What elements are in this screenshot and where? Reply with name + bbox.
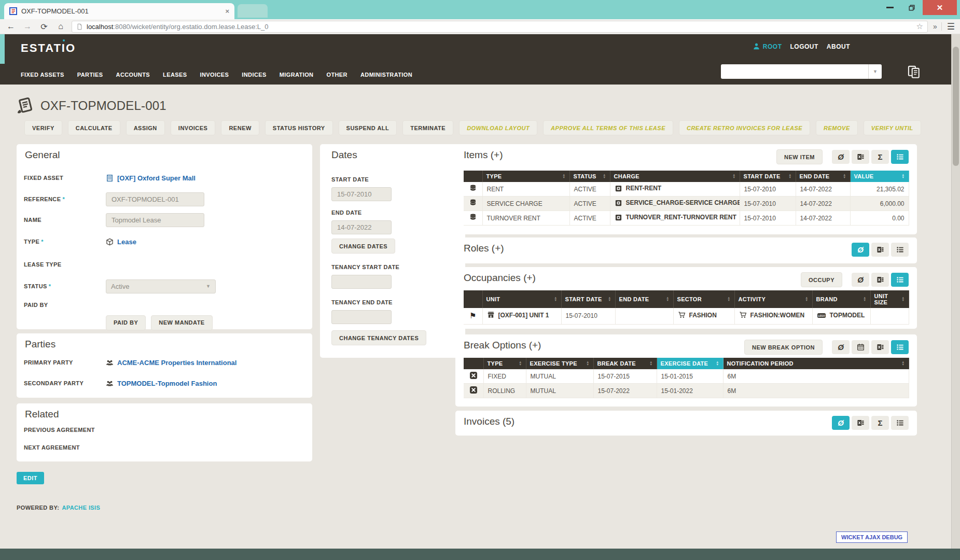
secondary-party-link[interactable]: TOPMODEL-Topmodel Fashion [106,380,217,387]
break-type-cell[interactable]: ROLLING [483,384,526,398]
scrollbar-thumb[interactable] [953,47,959,166]
occ-col-activity[interactable]: ACTIVITY▲▼ [734,290,812,308]
name-input[interactable] [106,213,204,227]
export-excel-button[interactable] [871,243,889,257]
start-date-input[interactable] [331,187,392,201]
break-option-icon[interactable] [469,386,478,394]
items-col-type[interactable]: TYPE▲▼ [482,171,569,182]
coins-icon[interactable] [469,199,477,207]
change-tenancy-dates-button[interactable]: CHANGE TENANCY DATES [331,330,426,345]
list-view-button[interactable] [891,273,909,287]
hide-table-button[interactable]: Ø [832,416,850,430]
assign-button[interactable]: ASSIGN [126,120,165,135]
summary-button[interactable]: Σ [871,150,889,164]
address-bar[interactable]: localhost:8080/wicket/entity/org.estatio… [72,21,928,33]
chevron-down-icon[interactable]: ▼ [868,64,882,79]
change-dates-button[interactable]: CHANGE DATES [331,239,395,254]
fixed-asset-link[interactable]: [OXF] Oxford Super Mall [106,174,196,182]
items-col-charge[interactable]: CHARGE▲▼ [610,171,740,182]
coins-icon[interactable] [469,184,477,192]
nav-fixed-assets[interactable]: FIXED ASSETS [21,72,64,78]
new-break-option-button[interactable]: NEW BREAK OPTION [744,340,823,355]
hide-table-button[interactable]: Ø [832,340,850,354]
sector-link[interactable]: FASHION [678,311,717,319]
items-col-end-date[interactable]: END DATE▲▼ [796,171,850,182]
calculate-button[interactable]: CALCULATE [68,120,120,135]
export-excel-button[interactable] [852,150,869,164]
wicket-ajax-debug-link[interactable]: WICKET AJAX DEBUG [836,531,908,543]
forward-button[interactable]: → [22,22,33,31]
occ-col-sector[interactable]: SECTOR▲▼ [673,290,734,308]
home-button[interactable]: ⌂ [55,22,66,31]
user-menu[interactable]: ROOT [753,43,782,50]
occ-col-brand[interactable]: BRAND▲▼ [812,290,870,308]
nav-administration[interactable]: ADMINISTRATION [360,72,412,78]
logout-link[interactable]: LOGOUT [790,43,818,50]
browser-menu-icon[interactable]: ☰ [947,21,955,32]
tenancy-start-date-input[interactable] [331,275,392,289]
bookmark-star-icon[interactable]: ☆ [916,22,923,31]
hide-table-button[interactable]: Ø [852,243,869,257]
brk-col-exercise-type[interactable]: EXERCISE TYPE▲▼ [526,358,593,369]
coins-icon[interactable] [469,213,477,221]
brk-col-type[interactable]: TYPE▲▼ [483,358,526,369]
edit-button[interactable]: EDIT [17,472,44,484]
brk-col-break-date[interactable]: BREAK DATE▲▼ [593,358,657,369]
charge-link[interactable]: SERVICE_CHARGE-SERVICE CHARGE [615,199,740,207]
items-col-value[interactable]: VALUE▲▼ [850,171,909,182]
copy-icon[interactable] [907,65,923,80]
brand-link[interactable]: TOPMODEL [817,312,865,319]
suspend-all-button[interactable]: SUSPEND ALL [339,120,397,135]
invoices-button[interactable]: INVOICES [171,120,216,135]
lease-type-link[interactable]: Lease [106,238,136,246]
add-occupancy-link[interactable]: (+) [523,272,536,283]
items-col-status[interactable]: STATUS▲▼ [569,171,610,182]
vertical-scrollbar[interactable] [951,34,960,549]
window-restore-button[interactable] [901,0,923,15]
add-break-option-link[interactable]: (+) [529,340,541,351]
global-search-select[interactable]: ▼ [721,64,882,79]
new-mandate-button[interactable]: NEW MANDATE [151,315,212,330]
end-date-input[interactable] [331,220,392,234]
hide-table-button[interactable]: Ø [832,150,850,164]
break-option-icon[interactable] [469,371,478,380]
verify-until-button[interactable]: VERIFY UNTIL [864,120,921,135]
occ-col-unit[interactable]: UNIT▲▼ [482,290,561,308]
apache-isis-link[interactable]: APACHE ISIS [62,505,100,511]
list-view-button[interactable] [891,150,909,164]
item-type-cell[interactable]: SERVICE CHARGE [482,197,569,211]
back-button[interactable]: ← [5,22,17,31]
add-item-link[interactable]: (+) [491,149,503,160]
occupy-button[interactable]: OCCUPY [801,272,842,287]
primary-party-link[interactable]: ACME-ACME Properties International [106,359,236,367]
window-minimize-button[interactable] [879,0,901,15]
status-select[interactable]: Active▼ [106,279,216,293]
browser-tab[interactable]: OXF-TOPMODEL-001 × [4,3,234,19]
export-excel-button[interactable] [852,416,869,430]
list-view-button[interactable] [891,243,909,257]
calendar-view-button[interactable] [852,340,869,354]
new-tab-button[interactable] [238,4,268,18]
brk-col-notification-period[interactable]: NOTIFICATION PERIOD▲▼ [723,358,909,369]
occ-col-unit-size[interactable]: UNIT SIZE▲▼ [870,290,909,308]
tenancy-end-date-input[interactable] [331,310,392,324]
summary-button[interactable]: Σ [871,416,889,430]
verify-button[interactable]: VERIFY [24,120,62,135]
terminate-button[interactable]: TERMINATE [402,120,453,135]
charge-link[interactable]: RENT-RENT [615,185,662,192]
nav-other[interactable]: OTHER [326,72,347,78]
occ-col-end-date[interactable]: END DATE▲▼ [615,290,673,308]
activity-link[interactable]: FASHION:WOMEN [739,311,805,319]
export-excel-button[interactable] [871,340,889,354]
nav-indices[interactable]: INDICES [242,72,266,78]
break-type-cell[interactable]: FIXED [483,369,526,384]
nav-accounts[interactable]: ACCOUNTS [116,72,150,78]
new-item-button[interactable]: NEW ITEM [776,149,823,164]
renew-button[interactable]: RENEW [221,120,259,135]
tab-close-icon[interactable]: × [225,7,229,15]
export-excel-button[interactable] [871,273,889,287]
approve-all-terms-button[interactable]: APPROVE ALL TERMS OF THIS LEASE [543,120,673,135]
nav-parties[interactable]: PARTIES [77,72,103,78]
nav-invoices[interactable]: INVOICES [200,72,229,78]
search-field[interactable] [721,64,868,79]
